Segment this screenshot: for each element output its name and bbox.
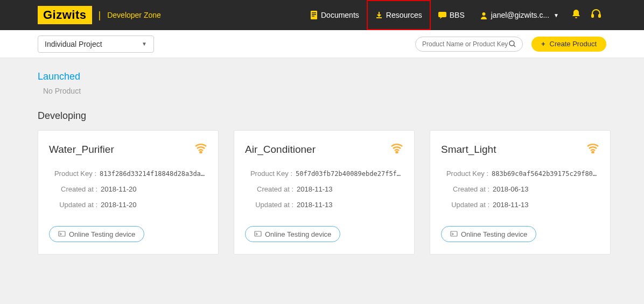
nav-bbs-label: BBS	[450, 11, 465, 19]
created-at-value: 2018-11-20	[101, 185, 137, 193]
svg-rect-7	[599, 15, 600, 17]
dev-zone-label[interactable]: Developer Zone	[107, 11, 161, 19]
plus-icon: +	[541, 40, 545, 48]
product-title: Air_Conditioner	[245, 144, 316, 155]
create-product-button[interactable]: + Create Product	[531, 37, 606, 52]
svg-rect-2	[312, 14, 316, 15]
svg-rect-12	[255, 231, 261, 236]
product-cards: Water_Purifier Product Key :813f286d3321…	[38, 130, 606, 254]
created-at-label: Created at :	[441, 185, 489, 193]
svg-point-11	[396, 152, 398, 153]
testing-button-label: Online Testing device	[265, 230, 331, 238]
product-key-value: 50f7d03fb72b40089ebde27f5f2296...	[296, 170, 403, 178]
online-testing-button[interactable]: Online Testing device	[49, 226, 144, 242]
logo[interactable]: Gizwits	[38, 6, 92, 24]
header-bar: Gizwits | Developer Zone Documents Resou…	[0, 0, 644, 30]
product-key-value: 883b69c0af5642b39175c29f80da70...	[492, 170, 599, 178]
search-input[interactable]	[422, 40, 509, 48]
nav-user[interactable]: janel@gizwits.c... ▼	[472, 0, 566, 30]
product-card[interactable]: Smart_Light Product Key :883b69c0af5642b…	[430, 130, 611, 254]
svg-rect-14	[451, 231, 457, 236]
create-product-label: Create Product	[550, 40, 597, 48]
svg-point-13	[592, 152, 594, 153]
updated-at-value: 2018-11-13	[493, 201, 529, 209]
nav-resources-label: Resources	[386, 11, 422, 19]
svg-point-5	[482, 12, 485, 16]
svg-rect-3	[312, 16, 314, 17]
svg-rect-6	[592, 15, 593, 17]
toolbar: Individual Project ▼ + Create Product	[0, 30, 644, 58]
content: Launched No Product Developing Water_Pur…	[0, 58, 644, 267]
product-key-label: Product Key :	[49, 169, 96, 178]
updated-at-label: Updated at :	[245, 201, 293, 209]
online-testing-button[interactable]: Online Testing device	[441, 226, 536, 242]
download-icon	[375, 11, 383, 19]
nav-resources[interactable]: Resources	[367, 0, 431, 30]
nav-bbs[interactable]: BBS	[431, 0, 472, 30]
headset-icon[interactable]	[586, 9, 606, 22]
chevron-down-icon: ▼	[554, 12, 559, 18]
svg-rect-4	[438, 12, 446, 17]
updated-at-value: 2018-11-13	[297, 201, 333, 209]
nav-documents-label: Documents	[321, 11, 359, 19]
launched-heading: Launched	[38, 71, 606, 82]
device-icon	[58, 231, 66, 237]
search-icon	[509, 40, 516, 47]
project-select[interactable]: Individual Project ▼	[38, 36, 154, 53]
nav-items: Documents Resources BBS janel@gizwits.c.…	[303, 0, 606, 30]
nav-user-label: janel@gizwits.c...	[491, 11, 549, 19]
svg-rect-1	[312, 12, 316, 13]
updated-at-value: 2018-11-20	[101, 201, 137, 209]
developing-heading: Developing	[38, 110, 606, 122]
svg-rect-10	[59, 231, 65, 236]
wifi-icon	[586, 143, 599, 157]
notification-icon[interactable]	[566, 9, 586, 22]
created-at-label: Created at :	[49, 185, 97, 193]
chevron-down-icon: ▼	[142, 41, 147, 47]
device-icon	[450, 231, 458, 237]
search-box[interactable]	[415, 37, 523, 52]
svg-rect-0	[311, 11, 317, 19]
created-at-value: 2018-11-13	[297, 185, 333, 193]
testing-button-label: Online Testing device	[69, 230, 135, 238]
testing-button-label: Online Testing device	[461, 230, 527, 238]
device-icon	[254, 231, 262, 237]
user-icon	[480, 11, 488, 19]
product-key-value: 813f286d33214f18848d28a3da2a44...	[100, 170, 207, 178]
svg-point-8	[509, 41, 514, 46]
wifi-icon	[390, 143, 403, 157]
product-key-label: Product Key :	[245, 169, 292, 178]
logo-divider: |	[99, 10, 101, 21]
wifi-icon	[194, 143, 207, 157]
product-title: Smart_Light	[441, 144, 496, 155]
product-card[interactable]: Air_Conditioner Product Key :50f7d03fb72…	[234, 130, 415, 254]
nav-documents[interactable]: Documents	[303, 0, 367, 30]
document-icon	[310, 11, 318, 19]
product-title: Water_Purifier	[49, 144, 114, 155]
created-at-label: Created at :	[245, 185, 293, 193]
chat-icon	[438, 11, 446, 19]
project-select-label: Individual Project	[45, 40, 102, 48]
updated-at-label: Updated at :	[49, 201, 97, 209]
updated-at-label: Updated at :	[441, 201, 489, 209]
product-card[interactable]: Water_Purifier Product Key :813f286d3321…	[38, 130, 219, 254]
product-key-label: Product Key :	[441, 169, 488, 178]
online-testing-button[interactable]: Online Testing device	[245, 226, 340, 242]
created-at-value: 2018-06-13	[493, 185, 529, 193]
svg-point-9	[200, 152, 202, 153]
no-product-label: No Product	[43, 87, 606, 95]
